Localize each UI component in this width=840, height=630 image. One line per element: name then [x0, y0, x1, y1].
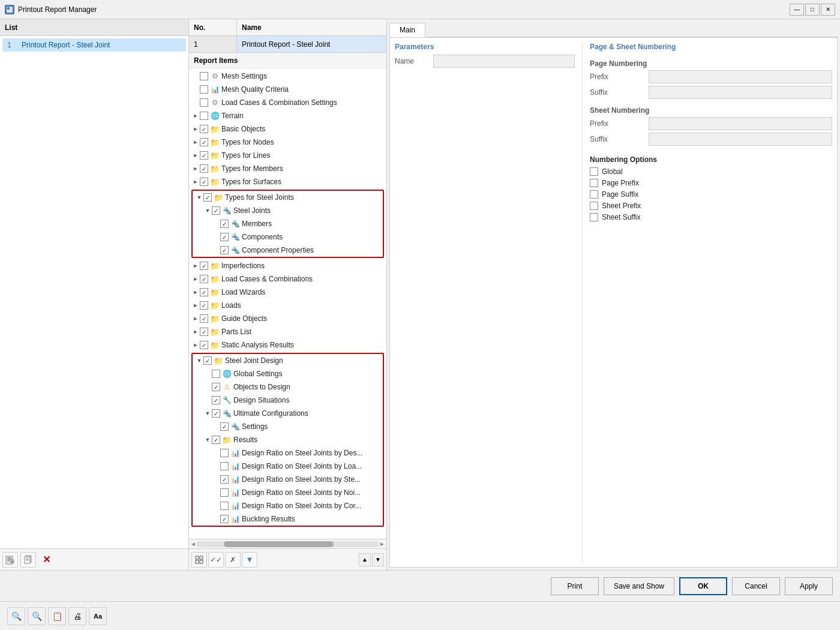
tree-item-design-situations[interactable]: 🔧 Design Situations [193, 394, 383, 407]
tree-item-members[interactable]: 🔩 Members [193, 217, 383, 230]
tree-checkbox-members[interactable] [220, 220, 229, 228]
numbering-option-sheet-suffix[interactable]: Sheet Suffix [590, 213, 832, 221]
tree-item-design-ratio-cor[interactable]: 📊 Design Ratio on Steel Joints by Cor... [193, 499, 383, 512]
tree-checkbox-basic-objects[interactable] [200, 125, 208, 133]
expand-btn[interactable]: ► [191, 288, 200, 296]
cb-sheet-suffix[interactable] [590, 213, 598, 221]
tree-checkbox-results[interactable] [212, 436, 220, 444]
tree-item-design-ratio-ste[interactable]: 📊 Design Ratio on Steel Joints by Ste... [193, 473, 383, 486]
tree-checkbox-types-surfaces[interactable] [200, 178, 208, 186]
apply-button[interactable]: Apply [785, 577, 833, 595]
tree-item-component-props[interactable]: 🔩 Component Properties [193, 244, 383, 257]
tree-checkbox-buckling-results[interactable] [220, 515, 229, 523]
tree-item-load-cases-comb[interactable]: ► 📁 Load Cases & Combinations [189, 272, 386, 286]
tree-item-basic-objects[interactable]: ► 📁 Basic Objects [189, 122, 386, 136]
expand-btn[interactable]: ► [191, 178, 200, 186]
h-scroll-area[interactable]: ◄ ► [189, 539, 386, 548]
tree-item-load-wizards[interactable]: ► 📁 Load Wizards [189, 286, 386, 299]
expand-btn[interactable]: ► [191, 314, 200, 323]
tree-checkbox-design-ratio-noi[interactable] [220, 488, 229, 497]
tree-checkbox-types-nodes[interactable] [200, 138, 208, 146]
collapse-all-button[interactable] [191, 552, 207, 568]
maximize-button[interactable]: □ [805, 4, 820, 16]
expand-btn[interactable]: ► [191, 301, 200, 310]
expand-btn[interactable]: ▼ [203, 409, 212, 418]
delete-report-button[interactable]: ✕ [38, 552, 54, 568]
h-scroll-track[interactable] [196, 541, 379, 547]
expand-btn[interactable]: ► [191, 262, 200, 270]
tree-checkbox-design-ratio-des[interactable] [220, 449, 229, 457]
tree-checkbox-load-cases-comb[interactable] [200, 275, 208, 283]
expand-btn[interactable]: ► [191, 164, 200, 173]
tree-item-parts-list[interactable]: ► 📁 Parts List [189, 325, 386, 338]
cb-page-suffix[interactable] [590, 190, 598, 199]
tree-checkbox-loads[interactable] [200, 301, 208, 310]
tree-area[interactable]: ⚙ Mesh Settings 📊 Mesh Quality Criteria … [189, 68, 386, 539]
tree-checkbox-mesh-settings[interactable] [200, 72, 208, 80]
tree-checkbox-design-situations[interactable] [212, 396, 220, 404]
tree-item-global-settings[interactable]: 🌐 Global Settings [193, 367, 383, 380]
tree-checkbox-mesh-quality[interactable] [200, 85, 208, 94]
check-all-button[interactable]: ✓✓ [208, 552, 224, 568]
cancel-button[interactable]: Cancel [732, 577, 780, 595]
expand-btn[interactable]: ► [191, 275, 200, 283]
tree-item-mesh-settings[interactable]: ⚙ Mesh Settings [189, 70, 386, 83]
param-name-field[interactable] [433, 55, 575, 68]
sheet-suffix-field[interactable] [649, 133, 832, 146]
tree-item-static-analysis[interactable]: ► 📁 Static Analysis Results [189, 338, 386, 352]
tree-checkbox-imperfections[interactable] [200, 262, 208, 270]
add-report-button[interactable] [2, 552, 18, 568]
tree-item-settings[interactable]: 🔩 Settings [193, 420, 383, 433]
tree-item-loads[interactable]: ► 📁 Loads [189, 299, 386, 312]
tree-checkbox-static-analysis[interactable] [200, 341, 208, 349]
tree-item-design-ratio-loa[interactable]: 📊 Design Ratio on Steel Joints by Loa... [193, 460, 383, 473]
tree-checkbox-design-ratio-loa[interactable] [220, 462, 229, 470]
tree-checkbox-types-steel-joints[interactable] [203, 193, 212, 202]
tree-item-steel-joints[interactable]: ▼ 🔩 Steel Joints [193, 204, 383, 217]
tree-checkbox-design-ratio-ste[interactable] [220, 475, 229, 484]
tree-item-imperfections[interactable]: ► 📁 Imperfections [189, 259, 386, 272]
numbering-option-page-suffix[interactable]: Page Suffix [590, 190, 832, 199]
suffix-field[interactable] [649, 86, 832, 99]
sheet-prefix-field[interactable] [649, 117, 832, 130]
tree-item-design-ratio-des[interactable]: 📊 Design Ratio on Steel Joints by Des... [193, 446, 383, 460]
cb-global[interactable] [590, 167, 598, 176]
tree-checkbox-objects-to-design[interactable] [212, 383, 220, 391]
tree-item-types-surfaces[interactable]: ► 📁 Types for Surfaces [189, 175, 386, 188]
tree-item-design-ratio-noi[interactable]: 📊 Design Ratio on Steel Joints by Noi... [193, 486, 383, 499]
cb-page-prefix[interactable] [590, 179, 598, 187]
tree-checkbox-steel-joint-design[interactable] [203, 356, 212, 365]
tab-main[interactable]: Main [389, 23, 425, 37]
search-button[interactable]: 🔍 [28, 607, 46, 625]
print-button[interactable]: Print [551, 577, 599, 595]
tree-item-results[interactable]: ▼ 📁 Results [193, 433, 383, 446]
tree-item-ultimate-configs[interactable]: ▼ 🔩 Ultimate Configurations [193, 407, 383, 420]
expand-btn[interactable]: ► [191, 112, 200, 120]
copy-report-button[interactable] [20, 552, 36, 568]
numbering-option-page-prefix[interactable]: Page Prefix [590, 179, 832, 187]
list-item[interactable]: 1 Printout Report - Steel Joint [2, 38, 186, 52]
tree-item-buckling-results[interactable]: 📊 Buckling Results [193, 512, 383, 526]
save-and-show-button[interactable]: Save and Show [604, 577, 674, 595]
tree-checkbox-load-wizards[interactable] [200, 288, 208, 296]
move-down-button[interactable]: ▼ [372, 553, 384, 566]
tree-item-steel-joint-design[interactable]: ▼ 📁 Steel Joint Design [193, 354, 383, 367]
numbering-option-sheet-prefix[interactable]: Sheet Prefix [590, 202, 832, 210]
tree-item-objects-to-design[interactable]: ⚠ Objects to Design [193, 380, 383, 394]
zoom-button[interactable]: 🔍 [7, 607, 25, 625]
name-field[interactable]: Printout Report - Steel Joint [237, 36, 386, 52]
numbering-option-global[interactable]: Global [590, 167, 832, 176]
expand-btn[interactable]: ► [191, 151, 200, 160]
expand-btn[interactable]: ► [191, 125, 200, 133]
tree-item-types-members[interactable]: ► 📁 Types for Members [189, 162, 386, 175]
cb-sheet-prefix[interactable] [590, 202, 598, 210]
tree-item-terrain[interactable]: ► 🌐 Terrain [189, 109, 386, 122]
tree-checkbox-types-lines[interactable] [200, 151, 208, 160]
tree-item-guide-objects[interactable]: ► 📁 Guide Objects [189, 312, 386, 325]
expand-btn[interactable]: ► [191, 341, 200, 349]
tree-item-types-lines[interactable]: ► 📁 Types for Lines [189, 149, 386, 162]
expand-btn[interactable]: ► [191, 328, 200, 336]
prefix-field[interactable] [649, 70, 832, 83]
expand-btn[interactable]: ► [191, 138, 200, 146]
expand-btn[interactable]: ▼ [195, 193, 203, 202]
